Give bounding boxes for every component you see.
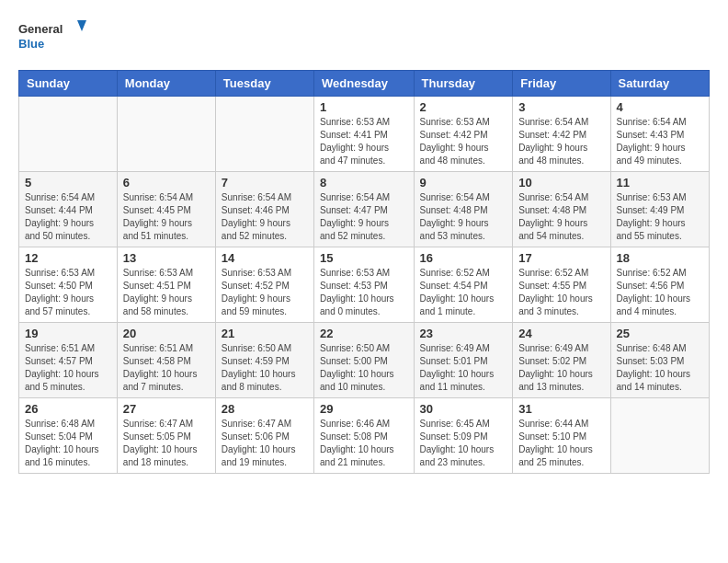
day-number: 26	[25, 402, 111, 416]
day-number: 8	[320, 176, 408, 190]
day-info: Sunrise: 6:51 AM Sunset: 4:57 PM Dayligh…	[25, 342, 111, 394]
calendar-cell: 3Sunrise: 6:54 AM Sunset: 4:42 PM Daylig…	[513, 97, 610, 172]
calendar-cell: 31Sunrise: 6:44 AM Sunset: 5:10 PM Dayli…	[513, 398, 610, 474]
day-info: Sunrise: 6:46 AM Sunset: 5:08 PM Dayligh…	[320, 418, 408, 469]
day-number: 16	[420, 251, 507, 265]
calendar-cell: 18Sunrise: 6:52 AM Sunset: 4:56 PM Dayli…	[610, 247, 709, 323]
calendar-week-5: 26Sunrise: 6:48 AM Sunset: 5:04 PM Dayli…	[19, 398, 710, 474]
calendar-cell: 20Sunrise: 6:51 AM Sunset: 4:58 PM Dayli…	[117, 323, 215, 398]
calendar-cell: 11Sunrise: 6:53 AM Sunset: 4:49 PM Dayli…	[610, 172, 709, 247]
calendar-cell	[19, 97, 118, 172]
day-info: Sunrise: 6:44 AM Sunset: 5:10 PM Dayligh…	[518, 418, 604, 469]
calendar-cell	[215, 97, 313, 172]
day-info: Sunrise: 6:54 AM Sunset: 4:48 PM Dayligh…	[518, 191, 604, 243]
day-number: 19	[25, 327, 111, 340]
day-number: 20	[123, 327, 210, 340]
day-info: Sunrise: 6:49 AM Sunset: 5:01 PM Dayligh…	[420, 342, 507, 394]
day-number: 27	[123, 402, 210, 416]
day-info: Sunrise: 6:48 AM Sunset: 5:03 PM Dayligh…	[617, 342, 703, 394]
weekday-header-thursday: Thursday	[414, 71, 513, 97]
calendar-cell: 24Sunrise: 6:49 AM Sunset: 5:02 PM Dayli…	[513, 323, 610, 398]
day-info: Sunrise: 6:54 AM Sunset: 4:48 PM Dayligh…	[420, 191, 507, 243]
day-number: 18	[617, 251, 703, 265]
calendar-cell: 27Sunrise: 6:47 AM Sunset: 5:05 PM Dayli…	[117, 398, 215, 474]
day-number: 21	[222, 327, 308, 340]
day-info: Sunrise: 6:45 AM Sunset: 5:09 PM Dayligh…	[420, 418, 507, 469]
calendar-cell: 25Sunrise: 6:48 AM Sunset: 5:03 PM Dayli…	[610, 323, 709, 398]
calendar-cell: 28Sunrise: 6:47 AM Sunset: 5:06 PM Dayli…	[215, 398, 313, 474]
day-number: 28	[222, 402, 308, 416]
calendar-cell: 30Sunrise: 6:45 AM Sunset: 5:09 PM Dayli…	[414, 398, 513, 474]
svg-text:Blue: Blue	[18, 37, 44, 51]
day-number: 5	[25, 176, 111, 190]
day-info: Sunrise: 6:54 AM Sunset: 4:45 PM Dayligh…	[123, 191, 210, 243]
day-number: 29	[320, 402, 408, 416]
calendar-week-2: 5Sunrise: 6:54 AM Sunset: 4:44 PM Daylig…	[19, 172, 710, 247]
calendar-cell: 29Sunrise: 6:46 AM Sunset: 5:08 PM Dayli…	[314, 398, 415, 474]
calendar-week-1: 1Sunrise: 6:53 AM Sunset: 4:41 PM Daylig…	[19, 97, 710, 172]
calendar-cell: 26Sunrise: 6:48 AM Sunset: 5:04 PM Dayli…	[19, 398, 118, 474]
day-number: 11	[617, 176, 703, 190]
calendar-cell: 22Sunrise: 6:50 AM Sunset: 5:00 PM Dayli…	[314, 323, 415, 398]
calendar-week-3: 12Sunrise: 6:53 AM Sunset: 4:50 PM Dayli…	[19, 247, 710, 323]
weekday-header-saturday: Saturday	[610, 71, 709, 97]
day-info: Sunrise: 6:47 AM Sunset: 5:05 PM Dayligh…	[123, 418, 210, 469]
day-info: Sunrise: 6:52 AM Sunset: 4:54 PM Dayligh…	[420, 267, 507, 318]
calendar-cell: 1Sunrise: 6:53 AM Sunset: 4:41 PM Daylig…	[314, 97, 415, 172]
calendar-cell	[117, 97, 215, 172]
day-number: 24	[518, 327, 604, 340]
calendar-cell: 19Sunrise: 6:51 AM Sunset: 4:57 PM Dayli…	[19, 323, 118, 398]
day-number: 1	[320, 100, 408, 114]
calendar-cell: 4Sunrise: 6:54 AM Sunset: 4:43 PM Daylig…	[610, 97, 709, 172]
calendar-header: SundayMondayTuesdayWednesdayThursdayFrid…	[19, 71, 710, 97]
day-number: 15	[320, 251, 408, 265]
day-number: 12	[25, 251, 111, 265]
day-info: Sunrise: 6:53 AM Sunset: 4:42 PM Dayligh…	[420, 116, 507, 167]
weekday-header-monday: Monday	[117, 71, 215, 97]
day-number: 23	[420, 327, 507, 340]
calendar-cell: 8Sunrise: 6:54 AM Sunset: 4:47 PM Daylig…	[314, 172, 415, 247]
day-info: Sunrise: 6:52 AM Sunset: 4:55 PM Dayligh…	[518, 267, 604, 318]
day-info: Sunrise: 6:51 AM Sunset: 4:58 PM Dayligh…	[123, 342, 210, 394]
day-number: 14	[222, 251, 308, 265]
day-info: Sunrise: 6:53 AM Sunset: 4:49 PM Dayligh…	[617, 191, 703, 243]
day-number: 31	[518, 402, 604, 416]
day-info: Sunrise: 6:54 AM Sunset: 4:43 PM Dayligh…	[617, 116, 703, 167]
svg-marker-1	[77, 20, 86, 31]
calendar-cell: 17Sunrise: 6:52 AM Sunset: 4:55 PM Dayli…	[513, 247, 610, 323]
weekday-header-tuesday: Tuesday	[215, 71, 313, 97]
calendar-cell: 9Sunrise: 6:54 AM Sunset: 4:48 PM Daylig…	[414, 172, 513, 247]
calendar-cell: 10Sunrise: 6:54 AM Sunset: 4:48 PM Dayli…	[513, 172, 610, 247]
calendar-cell: 13Sunrise: 6:53 AM Sunset: 4:51 PM Dayli…	[117, 247, 215, 323]
calendar-cell: 12Sunrise: 6:53 AM Sunset: 4:50 PM Dayli…	[19, 247, 118, 323]
day-info: Sunrise: 6:54 AM Sunset: 4:42 PM Dayligh…	[518, 116, 604, 167]
calendar-cell	[610, 398, 709, 474]
day-number: 30	[420, 402, 507, 416]
day-number: 2	[420, 100, 507, 114]
weekday-header-friday: Friday	[513, 71, 610, 97]
day-info: Sunrise: 6:50 AM Sunset: 5:00 PM Dayligh…	[320, 342, 408, 394]
day-info: Sunrise: 6:47 AM Sunset: 5:06 PM Dayligh…	[222, 418, 308, 469]
calendar-cell: 16Sunrise: 6:52 AM Sunset: 4:54 PM Dayli…	[414, 247, 513, 323]
day-info: Sunrise: 6:53 AM Sunset: 4:41 PM Dayligh…	[320, 116, 408, 167]
day-number: 6	[123, 176, 210, 190]
day-number: 10	[518, 176, 604, 190]
calendar-table: SundayMondayTuesdayWednesdayThursdayFrid…	[18, 70, 710, 474]
calendar-cell: 2Sunrise: 6:53 AM Sunset: 4:42 PM Daylig…	[414, 97, 513, 172]
day-info: Sunrise: 6:53 AM Sunset: 4:50 PM Dayligh…	[25, 267, 111, 318]
day-number: 22	[320, 327, 408, 340]
day-number: 7	[222, 176, 308, 190]
day-number: 3	[518, 100, 604, 114]
day-info: Sunrise: 6:54 AM Sunset: 4:44 PM Dayligh…	[25, 191, 111, 243]
logo-svg: General Blue	[18, 18, 92, 55]
calendar-cell: 6Sunrise: 6:54 AM Sunset: 4:45 PM Daylig…	[117, 172, 215, 247]
day-info: Sunrise: 6:52 AM Sunset: 4:56 PM Dayligh…	[617, 267, 703, 318]
calendar-cell: 21Sunrise: 6:50 AM Sunset: 4:59 PM Dayli…	[215, 323, 313, 398]
day-number: 25	[617, 327, 703, 340]
day-number: 13	[123, 251, 210, 265]
day-info: Sunrise: 6:54 AM Sunset: 4:46 PM Dayligh…	[222, 191, 308, 243]
calendar-cell: 14Sunrise: 6:53 AM Sunset: 4:52 PM Dayli…	[215, 247, 313, 323]
calendar-week-4: 19Sunrise: 6:51 AM Sunset: 4:57 PM Dayli…	[19, 323, 710, 398]
day-info: Sunrise: 6:54 AM Sunset: 4:47 PM Dayligh…	[320, 191, 408, 243]
calendar-cell: 15Sunrise: 6:53 AM Sunset: 4:53 PM Dayli…	[314, 247, 415, 323]
